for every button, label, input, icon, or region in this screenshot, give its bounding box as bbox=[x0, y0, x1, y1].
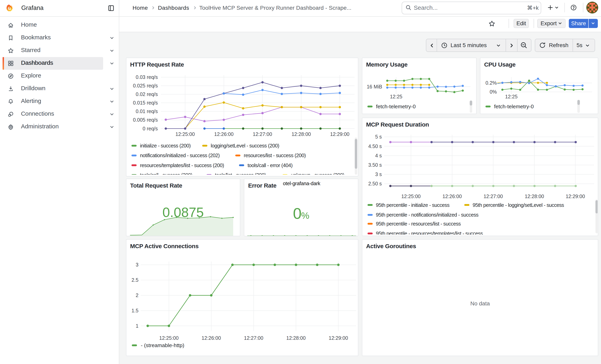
svg-text:12:28:00: 12:28:00 bbox=[286, 335, 305, 341]
svg-text:- (streamable-http): - (streamable-http) bbox=[141, 342, 184, 348]
svg-text:12:28:00: 12:28:00 bbox=[525, 194, 544, 199]
svg-text:fetch-telemetry-0: fetch-telemetry-0 bbox=[376, 104, 416, 109]
svg-text:1: 1 bbox=[136, 323, 138, 329]
svg-text:2.50 s: 2.50 s bbox=[368, 181, 382, 186]
svg-text:12:25:00: 12:25:00 bbox=[401, 194, 421, 199]
svg-text:notifications/initialized - su: notifications/initialized - success (202… bbox=[140, 153, 220, 158]
svg-text:95th percentile - notification: 95th percentile - notifications/initiali… bbox=[376, 212, 478, 217]
svg-text:12:27:00: 12:27:00 bbox=[253, 131, 272, 137]
svg-text:0.01 req/s: 0.01 req/s bbox=[136, 108, 158, 114]
svg-text:2.5: 2.5 bbox=[131, 277, 138, 283]
svg-text:resources/templates/list - suc: resources/templates/list - success (200) bbox=[140, 163, 224, 168]
svg-text:12:25: 12:25 bbox=[505, 94, 518, 99]
svg-text:2: 2 bbox=[136, 293, 138, 298]
svg-text:0 req/s: 0 req/s bbox=[142, 126, 158, 131]
svg-text:12:28:00: 12:28:00 bbox=[291, 131, 311, 137]
svg-text:12:27:00: 12:27:00 bbox=[483, 194, 503, 199]
svg-text:12:25:00: 12:25:00 bbox=[159, 335, 179, 341]
svg-text:initialize - success (200): initialize - success (200) bbox=[140, 143, 190, 148]
svg-text:4.50 s: 4.50 s bbox=[368, 143, 382, 149]
svg-text:tools/call - success (200): tools/call - success (200) bbox=[140, 172, 192, 175]
svg-text:12:26:00: 12:26:00 bbox=[214, 131, 233, 137]
svg-text:0%: 0% bbox=[490, 89, 497, 95]
svg-text:tools/list - success (200): tools/list - success (200) bbox=[215, 172, 266, 175]
svg-text:12:26:00: 12:26:00 bbox=[201, 335, 221, 341]
svg-text:0.03 req/s: 0.03 req/s bbox=[136, 74, 158, 80]
svg-text:4 s: 4 s bbox=[375, 153, 382, 158]
svg-text:16 MiB: 16 MiB bbox=[367, 84, 382, 89]
svg-text:0.015 req/s: 0.015 req/s bbox=[133, 100, 158, 106]
svg-text:5 s: 5 s bbox=[375, 134, 382, 139]
svg-text:fetch-telemetry-0: fetch-telemetry-0 bbox=[494, 104, 534, 109]
svg-text:95th percentile - resources/li: 95th percentile - resources/list - succe… bbox=[376, 221, 461, 226]
svg-text:12:29:00: 12:29:00 bbox=[566, 194, 585, 199]
svg-text:95th percentile - logging/setL: 95th percentile - logging/setLevel - suc… bbox=[473, 202, 564, 208]
svg-text:3.50 s: 3.50 s bbox=[368, 162, 382, 168]
svg-text:12:29:00: 12:29:00 bbox=[329, 335, 348, 341]
svg-text:1.5: 1.5 bbox=[131, 308, 138, 313]
svg-text:resources/list - success (200): resources/list - success (200) bbox=[244, 153, 306, 158]
svg-text:logging/setLevel - success (20: logging/setLevel - success (200) bbox=[211, 143, 279, 148]
svg-text:12:27:00: 12:27:00 bbox=[244, 335, 263, 341]
svg-text:unknown - success (200): unknown - success (200) bbox=[291, 172, 344, 175]
svg-text:0.02 req/s: 0.02 req/s bbox=[136, 91, 158, 97]
svg-text:0.005 req/s: 0.005 req/s bbox=[133, 117, 158, 123]
svg-text:12:25:00: 12:25:00 bbox=[175, 131, 195, 137]
svg-text:12:26:00: 12:26:00 bbox=[442, 194, 462, 199]
svg-text:12:25: 12:25 bbox=[390, 94, 402, 99]
svg-text:0.025 req/s: 0.025 req/s bbox=[133, 83, 158, 89]
svg-text:tools/call - error (404): tools/call - error (404) bbox=[247, 163, 292, 168]
svg-text:0.2%: 0.2% bbox=[486, 80, 497, 86]
svg-text:3: 3 bbox=[136, 262, 138, 267]
svg-text:12:29:00: 12:29:00 bbox=[330, 131, 349, 137]
svg-text:3 s: 3 s bbox=[375, 171, 382, 177]
svg-text:95th percentile - initialize -: 95th percentile - initialize - success bbox=[376, 202, 449, 208]
svg-text:95th percentile - resources/te: 95th percentile - resources/templates/li… bbox=[376, 231, 483, 235]
